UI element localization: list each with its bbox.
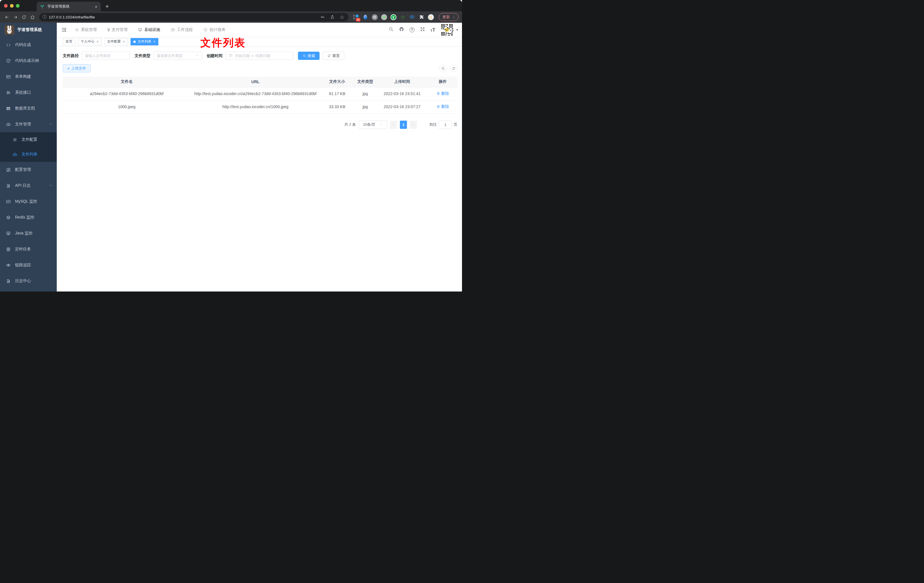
end-date-placeholder[interactable]: 结束日期 <box>256 53 270 58</box>
profile-avatar-icon[interactable]: ☺ <box>427 13 434 20</box>
date-range-picker[interactable]: 开始日期 - 结束日期 <box>226 52 294 60</box>
sidebar-item-file-list[interactable]: 文件列表 <box>0 147 57 162</box>
tag-home[interactable]: 首页 <box>63 38 75 45</box>
share-icon[interactable] <box>328 13 336 21</box>
doc-edit-icon <box>6 279 11 284</box>
page-number-button[interactable]: 1 <box>400 121 407 129</box>
sidebar-item-mysql-monitor[interactable]: MySQL 监控 <box>0 193 57 210</box>
tag-profile[interactable]: 个人中心 × <box>78 38 102 45</box>
goto-label: 前往 <box>429 122 437 127</box>
reset-button[interactable]: 重置 <box>323 52 344 60</box>
password-key-icon[interactable] <box>319 13 326 21</box>
delete-button[interactable]: 删除 <box>436 90 449 97</box>
fullscreen-icon[interactable] <box>420 27 425 33</box>
file-type-select[interactable]: 请选择文件类型 <box>153 52 202 60</box>
extension-tampermonkey-icon[interactable]: 11 <box>353 13 359 20</box>
extension-star-icon[interactable]: ☆ <box>399 13 406 20</box>
file-path-input[interactable] <box>85 54 127 58</box>
avatar-caret-icon[interactable]: ▾ <box>456 28 458 32</box>
github-icon[interactable] <box>399 27 404 33</box>
col-file-size: 文件大小 <box>320 77 354 87</box>
new-tab-button[interactable]: + <box>105 2 109 12</box>
search-button[interactable]: 搜索 <box>298 52 320 60</box>
upload-file-button[interactable]: + 上传文件 <box>63 64 91 73</box>
reload-icon[interactable] <box>20 13 28 21</box>
close-window-button[interactable] <box>4 4 8 8</box>
close-icon[interactable]: × <box>96 40 99 43</box>
next-page-button[interactable] <box>410 121 417 129</box>
url-bar[interactable]: ⓘ 127.0.0.1:1024/infra/file/file ☆ <box>39 13 348 21</box>
cell-url: http://test.yudao.iocoder.cn/1000.jpeg <box>191 100 320 113</box>
gear-icon <box>13 137 17 142</box>
browser-menu-icon[interactable]: ⋮ <box>452 15 456 19</box>
top-menu-system[interactable]: 系统管理 <box>75 27 97 32</box>
home-icon[interactable] <box>28 13 36 21</box>
page-size-select[interactable]: 10条/页 <box>359 121 387 129</box>
col-upload-time: 上传时间 <box>376 77 428 87</box>
cell-file-type: jpg <box>354 100 376 113</box>
top-menu-payment[interactable]: ¥ 支付管理 <box>107 27 127 32</box>
start-date-placeholder[interactable]: 开始日期 <box>235 53 250 58</box>
sidebar-item-system-api[interactable]: 系统接口 <box>0 84 57 101</box>
goto-page-input[interactable] <box>439 121 452 129</box>
tag-file-config[interactable]: 文件配置 × <box>104 38 128 45</box>
user-avatar-qr[interactable] <box>441 23 453 36</box>
extension-eye-icon[interactable] <box>409 13 416 20</box>
prev-page-button[interactable] <box>390 121 397 129</box>
top-menu-report[interactable]: 统计报表 <box>203 27 225 32</box>
dashboard-icon <box>203 28 208 32</box>
sidebar-logo-row[interactable]: 芋道管理系统 <box>0 23 57 37</box>
delete-button[interactable]: 删除 <box>436 103 449 110</box>
refresh-table-button[interactable] <box>450 64 457 72</box>
extensions-puzzle-icon[interactable] <box>418 13 425 20</box>
file-path-input-wrap <box>82 52 130 60</box>
sidebar-item-code-gen[interactable]: 代码生成 <box>0 37 57 53</box>
extension-gray-dot-icon[interactable] <box>381 13 387 20</box>
logo-image <box>5 25 14 35</box>
col-url: URL <box>191 77 320 87</box>
help-icon[interactable]: ? <box>409 27 414 32</box>
sidebar-item-redis-monitor[interactable]: Redis 监控 <box>0 210 57 225</box>
sidebar-item-code-demo[interactable]: 代码生成示例 <box>0 53 57 69</box>
forward-icon[interactable] <box>12 13 19 21</box>
font-size-icon[interactable]: TT <box>431 28 435 32</box>
chart-box-icon <box>6 199 11 204</box>
back-icon[interactable] <box>3 13 11 21</box>
extensions-row: 11 ⌘ y ☆ ☺ 更新 ⋮ <box>353 13 459 21</box>
sidebar-item-form-builder[interactable]: 表单构建 <box>0 69 57 84</box>
cloud-download-icon <box>6 122 11 127</box>
col-file-type: 文件类型 <box>354 77 376 87</box>
bookmark-star-icon[interactable]: ☆ <box>338 13 346 21</box>
chevron-down-icon <box>49 183 52 188</box>
tags-view-bar: 首页 个人中心 × 文件配置 × 文件列表 × <box>57 37 462 46</box>
extension-command-icon[interactable]: ⌘ <box>371 13 378 20</box>
sidebar-item-tracing[interactable]: 链路追踪 <box>0 257 57 273</box>
maximize-window-button[interactable] <box>16 4 20 8</box>
page-unit-label: 页 <box>454 122 457 127</box>
top-menu-infra[interactable]: 基础设施 <box>138 27 160 32</box>
search-icon[interactable] <box>388 27 394 33</box>
sidebar-item-scheduled-jobs[interactable]: 定时任务 <box>0 241 57 257</box>
tag-file-list[interactable]: 文件列表 × <box>130 38 158 45</box>
top-menu-workflow[interactable]: 工作流程 <box>170 27 193 32</box>
sidebar-item-java-monitor[interactable]: Java 监控 <box>0 225 57 241</box>
extension-y-icon[interactable]: y <box>390 13 397 20</box>
sidebar-item-log-center[interactable]: 日志中心 <box>0 273 57 289</box>
chrome-update-button[interactable]: 更新 ⋮ <box>439 13 459 21</box>
toggle-search-button[interactable] <box>439 64 447 72</box>
tab-close-icon[interactable]: × <box>95 5 97 9</box>
extension-balloon-icon[interactable] <box>362 13 369 20</box>
sidebar-item-file-manage[interactable]: 文件管理 <box>0 116 57 132</box>
url-text[interactable]: 127.0.0.1:1024/infra/file/file <box>49 15 317 19</box>
browser-tab[interactable]: 芋道管理系统 × <box>36 2 101 12</box>
close-icon[interactable]: × <box>153 40 155 43</box>
close-icon[interactable]: × <box>123 40 125 43</box>
collapse-sidebar-icon[interactable] <box>61 27 67 33</box>
eye-icon <box>6 263 11 268</box>
sidebar-item-config-manage[interactable]: 配置管理 <box>0 162 57 178</box>
site-info-icon[interactable]: ⓘ <box>43 15 46 20</box>
sidebar-item-api-log[interactable]: API 日志 <box>0 178 57 193</box>
sidebar-item-file-config[interactable]: 文件配置 <box>0 132 57 147</box>
sidebar-item-db-doc[interactable]: 数据库文档 <box>0 101 57 116</box>
minimize-window-button[interactable] <box>10 4 13 8</box>
